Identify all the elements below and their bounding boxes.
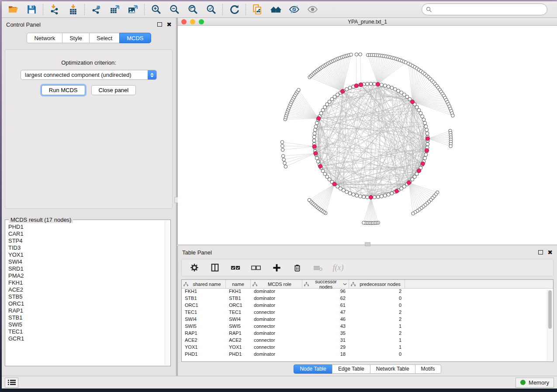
mcds-result-item[interactable]: SRD1 [6, 265, 164, 272]
float-panel-icon[interactable] [538, 250, 543, 254]
table-row[interactable]: SWI4SWI4dominator462 [182, 316, 553, 323]
table-scrollbar[interactable] [547, 289, 552, 361]
table-row[interactable]: ORC1ORC1dominator610 [182, 303, 553, 309]
first-neighbors-button[interactable] [270, 3, 282, 16]
mcds-result-item[interactable]: YOX1 [6, 251, 164, 258]
table-cell: RAP1 [226, 330, 251, 337]
save-session-button[interactable] [25, 3, 38, 16]
table-row[interactable]: PHD1PHD1dominator180 [182, 351, 553, 358]
zoom-fit-button[interactable] [187, 3, 199, 16]
zoom-out-icon [169, 4, 180, 15]
import-network-button[interactable] [48, 3, 61, 16]
mcds-result-item[interactable]: ACE2 [6, 286, 164, 293]
mcds-result-item[interactable]: SWI4 [6, 258, 164, 265]
hide-selected-eye-icon [289, 4, 300, 15]
search-field[interactable] [422, 3, 547, 15]
show-panels-button[interactable] [5, 378, 18, 388]
vertical-splitter[interactable] [176, 18, 177, 376]
table-row[interactable]: STB1STB1dominator620 [182, 296, 553, 303]
mcds-result-item[interactable]: RAP1 [6, 307, 164, 314]
memory-status-icon [520, 380, 526, 385]
mcds-result-item[interactable]: SWI5 [6, 321, 164, 328]
hide-selected-button[interactable] [288, 3, 300, 16]
table-tabs: Node Table Edge Table Network Table Moti… [178, 364, 557, 374]
import-table-button[interactable] [67, 3, 79, 16]
show-all-button[interactable] [306, 3, 318, 16]
column-header-successor-nodes[interactable]: successor nodes [302, 280, 349, 288]
table-options-button[interactable] [189, 262, 200, 273]
table-scrollbar-thumb[interactable] [548, 290, 552, 329]
show-columns-button[interactable] [209, 262, 221, 273]
float-panel-icon[interactable] [157, 22, 162, 27]
table-cell: FKH1 [226, 289, 251, 296]
mcds-result-item[interactable]: GCR1 [6, 335, 164, 342]
tab-network[interactable]: Network [27, 33, 62, 43]
run-mcds-button[interactable]: Run MCDS [42, 85, 85, 95]
add-column-button[interactable] [271, 262, 282, 273]
mcds-result-item[interactable]: STB1 [6, 314, 164, 321]
close-panel-icon[interactable]: ✖ [166, 22, 172, 27]
table-row[interactable]: YOX1YOX1connector291 [182, 344, 553, 351]
mcds-result-item[interactable]: FKH1 [6, 279, 164, 286]
network-view-window: YPA_prune.txt_1 [177, 18, 557, 244]
table-row[interactable]: TEC1TEC1connector472 [182, 309, 553, 316]
mcds-result-item[interactable]: CAR1 [6, 230, 164, 237]
table-row[interactable]: SWI5SWI5connector431 [182, 323, 553, 330]
table-row[interactable]: RAP1RAP1dominator352 [182, 330, 553, 337]
search-icon [426, 7, 432, 13]
column-header-name[interactable]: name [226, 280, 251, 288]
mcds-result-item[interactable]: TID3 [6, 244, 164, 251]
network-title: YPA_prune.txt_1 [178, 19, 557, 25]
new-network-from-selection-button[interactable] [251, 3, 263, 16]
optimization-criterion-select[interactable]: largest connected component (undirected) [21, 70, 157, 80]
function-builder-button[interactable]: f(x) [332, 262, 344, 273]
mcds-result-item[interactable]: ORC1 [6, 300, 164, 307]
memory-button[interactable]: Memory [515, 378, 554, 388]
table-cell: 1 [349, 337, 405, 344]
table-cell: 2 [349, 289, 405, 296]
export-image-button[interactable] [127, 3, 139, 16]
mcds-result-item[interactable]: STP4 [6, 237, 164, 244]
deselect-all-button[interactable] [250, 262, 262, 273]
delete-table-button[interactable] [312, 262, 323, 273]
table-cell: dominator [251, 289, 302, 296]
import-network-icon [49, 4, 60, 15]
delete-column-button[interactable] [291, 262, 303, 273]
column-header-MCDS-role[interactable]: MCDS role [251, 280, 302, 288]
table-row[interactable]: FKH1FKH1dominator962 [182, 289, 553, 296]
search-input[interactable] [435, 5, 547, 14]
table-cell: 1 [349, 323, 405, 330]
export-network-button[interactable] [90, 3, 102, 16]
mcds-result-item[interactable]: PHD1 [6, 224, 164, 230]
close-panel-icon[interactable]: ✖ [547, 250, 553, 254]
node-table[interactable]: shared namenameMCDS rolesuccessor nodesp… [181, 279, 554, 362]
mcds-result-item[interactable]: TEC1 [6, 328, 164, 335]
select-all-button[interactable] [230, 262, 241, 273]
tab-edge-table[interactable]: Edge Table [332, 364, 370, 374]
mcds-result-item[interactable]: STB5 [6, 293, 164, 300]
column-header-predecessor-nodes[interactable]: predecessor nodes [349, 280, 405, 288]
zoom-in-button[interactable] [150, 3, 162, 16]
table-row[interactable]: ACE2ACE2connector311 [182, 337, 553, 344]
mcds-result-item[interactable]: PMA2 [6, 272, 164, 279]
tab-select[interactable]: Select [89, 33, 120, 43]
tab-network-table[interactable]: Network Table [370, 364, 415, 374]
zoom-selected-button[interactable] [205, 3, 217, 16]
network-canvas[interactable] [178, 26, 557, 244]
tab-mcds[interactable]: MCDS [119, 33, 151, 43]
horizontal-splitter[interactable] [177, 244, 557, 246]
splitter-grip[interactable] [365, 242, 370, 246]
control-panel: Control Panel ✖ Network Style Select MCD… [2, 18, 176, 376]
mcds-result-list[interactable]: PHD1CAR1STP4TID3YOX1SWI4SRD1PMA2FKH1ACE2… [6, 224, 164, 365]
mcds-list-scrollbar[interactable] [165, 221, 170, 365]
tab-node-table[interactable]: Node Table [294, 364, 332, 374]
export-table-button[interactable] [108, 3, 121, 16]
zoom-out-button[interactable] [168, 3, 180, 16]
tab-style[interactable]: Style [62, 33, 90, 43]
tab-motifs[interactable]: Motifs [415, 364, 441, 374]
close-panel-button[interactable]: Close panel [91, 85, 136, 95]
apply-layout-button[interactable] [228, 3, 240, 16]
open-session-button[interactable] [7, 3, 19, 16]
export-image-icon [128, 4, 138, 15]
column-header-shared-name[interactable]: shared name [182, 280, 226, 288]
